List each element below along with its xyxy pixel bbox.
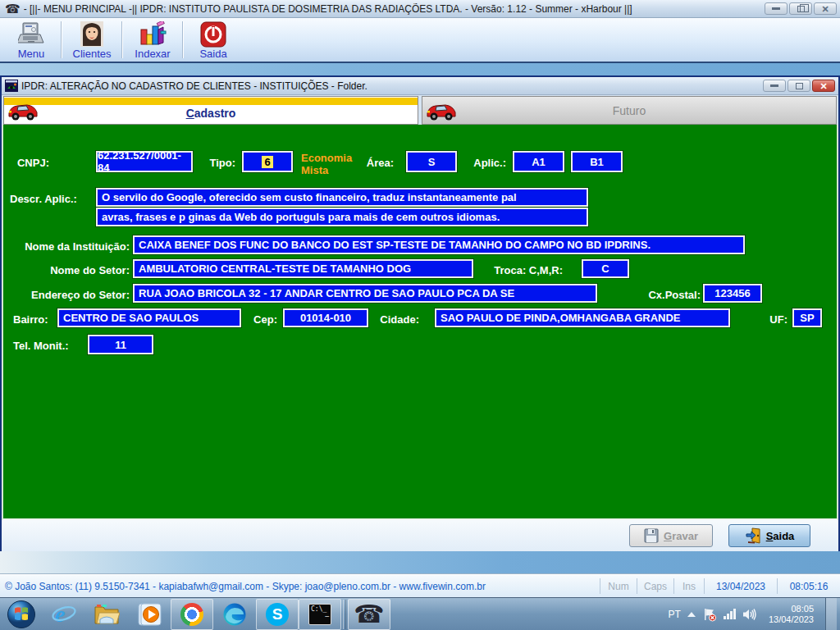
taskbar: e (0, 597, 840, 630)
clock-date: 13/04/2023 (769, 614, 814, 625)
main-toolbar: Menu Clientes (0, 18, 840, 63)
toolbar-saida-button[interactable]: Saida (185, 18, 241, 62)
insert-indicator: Ins (674, 581, 704, 592)
descr-aplic-line2-field[interactable]: avras, frases e p ginas da Web do portug… (96, 208, 588, 226)
gravar-button[interactable]: Gravar (629, 524, 713, 547)
clientes-button[interactable]: Clientes (64, 18, 120, 62)
tipo-field[interactable]: 6 (242, 151, 293, 172)
show-desktop-button[interactable] (825, 598, 837, 630)
endereco-setor-field[interactable]: RUA JOAO BRICOLA 32 - 17 ANDAR CENTRO DE… (133, 284, 597, 303)
ipdr-app-taskbar-button[interactable]: ☎ (348, 599, 390, 630)
tipo-label: Tipo: (203, 153, 235, 174)
cnpj-field[interactable]: 62.231.527/0001-84 (96, 151, 193, 172)
child-maximize-button[interactable] (788, 80, 810, 92)
toolbar-separator (61, 21, 62, 58)
cadastro-form-panel: CNPJ: 62.231.527/0001-84 Tipo: 6 Economi… (2, 125, 838, 520)
status-bar-text: © João Santos: (11) 9.5150-7341 - kapiab… (0, 581, 600, 592)
toolbar-separator (121, 21, 123, 58)
exit-door-icon (745, 527, 761, 544)
cx-postal-label: Cx.Postal: (646, 285, 701, 304)
action-center-flag-icon[interactable] (702, 607, 717, 622)
cep-field[interactable]: 01014-010 (283, 308, 368, 327)
tab-gold-bar (4, 98, 418, 105)
skype-icon[interactable]: S (256, 599, 299, 630)
uf-field[interactable]: SP (792, 308, 822, 327)
main-window-titlebar: ☎ - [||- MENU PRINCIPAL -|| IPDR: INSTIT… (0, 0, 840, 18)
tab-cadastro[interactable]: Cadastro (3, 96, 418, 125)
toolbar-saida-button-label: Saida (199, 48, 226, 60)
telephone-app-icon: ☎ (5, 1, 21, 17)
internet-explorer-icon[interactable]: e (43, 599, 85, 630)
status-time: 08:05:16 (778, 581, 840, 592)
floppy-disk-icon (644, 528, 659, 543)
bairro-label: Bairro: (13, 310, 54, 329)
indexar-button[interactable]: Indexar (125, 18, 180, 62)
status-date: 13/04/2023 (705, 581, 777, 592)
tel-monit-field[interactable]: 11 (88, 335, 153, 354)
taskbar-separator (343, 600, 346, 629)
show-hidden-icons-arrow[interactable] (687, 612, 696, 617)
file-explorer-icon[interactable] (85, 599, 128, 630)
area-field[interactable]: S (406, 151, 457, 172)
folder-tabs: Cadastro Futuro (2, 95, 838, 125)
cnpj-label: CNPJ: (11, 153, 49, 174)
tab-futuro[interactable]: Futuro (422, 96, 837, 125)
woman-portrait-icon (78, 21, 106, 48)
area-label: Área: (356, 153, 394, 174)
menu-button[interactable]: Menu (3, 18, 59, 62)
desktop: ☎ - [||- MENU PRINCIPAL -|| IPDR: INSTIT… (0, 0, 840, 630)
tipo-field-cursor: 6 (262, 156, 272, 168)
gravar-button-label: Gravar (664, 530, 698, 542)
aplic-b1-field[interactable]: B1 (571, 151, 623, 172)
indexar-button-label: Indexar (135, 48, 170, 60)
main-restore-button[interactable] (789, 2, 812, 15)
saida-button[interactable]: Saida (728, 524, 810, 547)
child-window-titlebar: IPDR: ALTERAÇÃO NO CADASTRO DE CLIENTES … (2, 77, 838, 95)
menu-button-label: Menu (18, 48, 45, 60)
cx-postal-field[interactable]: 123456 (703, 284, 762, 303)
main-minimize-button[interactable] (765, 2, 788, 15)
cidade-field[interactable]: SAO PAULO DE PINDA,OMHANGABA GRANDE (435, 308, 730, 327)
nome-instituicao-label: Nome da Instituição: (10, 237, 130, 256)
nome-setor-field[interactable]: AMBULATORIO CENTRAL-TESTE DE TAMANHO DOG (133, 259, 473, 278)
child-window-title: IPDR: ALTERAÇÃO NO CADASTRO DE CLIENTES … (21, 80, 368, 92)
clientes-button-label: Clientes (73, 48, 112, 60)
network-signal-icon[interactable] (724, 609, 736, 619)
chrome-icon[interactable] (171, 599, 213, 630)
edge-icon[interactable] (213, 599, 256, 630)
power-icon (199, 21, 227, 48)
endereco-setor-label: Endereço do Setor: (10, 285, 130, 304)
media-player-icon[interactable] (128, 599, 171, 630)
child-close-button[interactable]: ✕ (812, 80, 835, 92)
aplic-a1-field[interactable]: A1 (513, 151, 564, 172)
child-minimize-button[interactable] (763, 80, 786, 92)
main-window-title: - [||- MENU PRINCIPAL -|| IPDR: INSTITUT… (24, 3, 632, 15)
tel-monit-label: Tel. Monit.: (13, 336, 84, 356)
toolbar-separator (182, 21, 184, 58)
troca-label: Troca: C,M,R: (484, 261, 563, 280)
taskbar-clock[interactable]: 08:05 13/04/2023 (764, 604, 819, 625)
cep-label: Cep: (248, 310, 277, 329)
main-close-button[interactable]: ✕ (814, 2, 837, 15)
cadastro-window: IPDR: ALTERAÇÃO NO CADASTRO DE CLIENTES … (0, 75, 840, 551)
volume-icon[interactable] (742, 608, 757, 621)
descr-aplic-line1-field[interactable]: O servilo do Google, oferecido sem custo… (96, 188, 588, 207)
nome-instituicao-field[interactable]: CAIXA BENEF DOS FUNC DO BANCO DO EST SP-… (133, 235, 745, 254)
tab-futuro-label: Futuro (422, 104, 836, 117)
descr-aplic-label: Descr. Aplic.: (10, 189, 95, 208)
windows-start-icon (7, 600, 36, 629)
status-bar: © João Santos: (11) 9.5150-7341 - kapiab… (0, 574, 840, 597)
start-button[interactable] (0, 599, 43, 630)
ipdr-window-icon (5, 80, 18, 92)
troca-field[interactable]: C (582, 259, 629, 278)
child-footer: Gravar Saida (2, 520, 838, 551)
caps-lock-indicator: Caps (637, 581, 673, 592)
telephone-icon: ☎ (354, 600, 384, 628)
economia-mista-label: Economia Mista (301, 152, 352, 176)
language-indicator[interactable]: PT (669, 609, 681, 620)
command-prompt-icon[interactable]: C:\_ — (299, 599, 341, 630)
num-lock-indicator: Num (600, 581, 637, 592)
bairro-field[interactable]: CENTRO DE SAO PAULOS (57, 308, 241, 327)
system-tray: PT 08:05 13/04/2023 (669, 598, 840, 630)
nome-setor-label: Nome do Setor: (10, 261, 130, 280)
